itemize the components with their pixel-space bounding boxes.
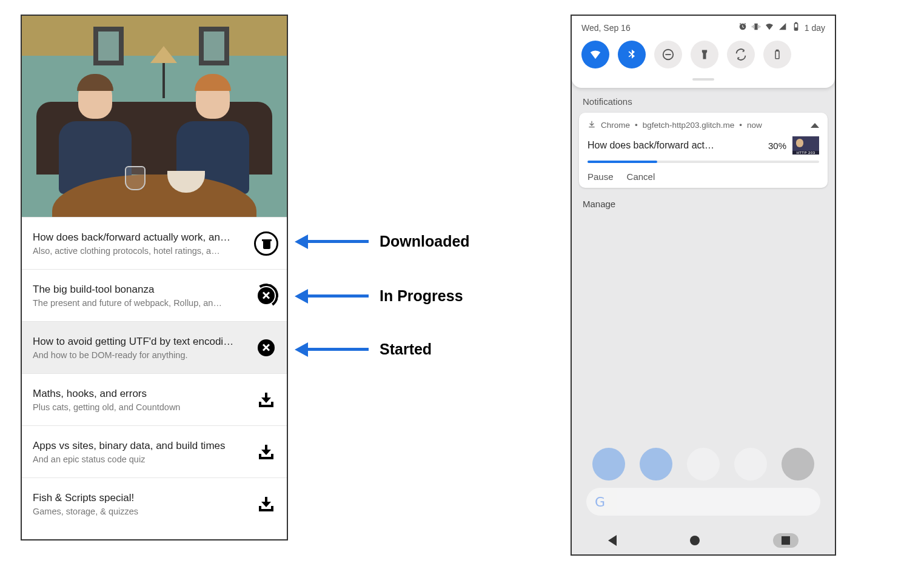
- google-logo: G: [595, 494, 605, 510]
- download-button[interactable]: [253, 491, 280, 517]
- notification-progress-bar: [588, 161, 819, 163]
- battery-icon: [791, 22, 801, 33]
- quick-settings-row: [572, 37, 835, 77]
- app-messages[interactable]: [640, 448, 672, 481]
- podcast-app-panel: How does back/forward actually work, an……: [21, 15, 288, 540]
- notification-title: How does back/forward act…: [588, 140, 760, 151]
- search-pill[interactable]: G: [586, 488, 820, 516]
- svg-rect-1: [795, 22, 797, 23]
- annotation-label: Started: [380, 341, 432, 358]
- status-icons: 1 day: [738, 22, 825, 33]
- shade-drag-handle[interactable]: [692, 78, 714, 81]
- signal-icon: [778, 22, 788, 33]
- nav-home-button[interactable]: [690, 536, 700, 545]
- notification-percent: 30%: [768, 141, 786, 151]
- android-navbar: [572, 527, 835, 554]
- episode-list: How does back/forward actually work, an……: [22, 217, 287, 539]
- annotation-arrow-started: Started: [295, 341, 432, 358]
- notification-card[interactable]: Chrome • bgfetch-http203.glitch.me • now…: [579, 113, 828, 188]
- qs-bluetooth[interactable]: [618, 41, 646, 68]
- cancel-download-button[interactable]: [253, 334, 280, 361]
- qs-autorotate[interactable]: [727, 41, 755, 68]
- episode-subtitle: Plus cats, getting old, and Countdown: [33, 402, 252, 412]
- notification-header: Chrome • bgfetch-http203.glitch.me • now: [588, 120, 819, 130]
- download-icon: [588, 120, 596, 130]
- svg-rect-5: [775, 51, 779, 59]
- app-chrome[interactable]: [734, 448, 767, 481]
- episode-item[interactable]: Maths, hooks, and errors Plus cats, gett…: [22, 373, 287, 425]
- episode-subtitle: The present and future of webpack, Rollu…: [33, 298, 252, 308]
- notification-thumb: [792, 136, 819, 155]
- notification-app: Chrome: [601, 121, 630, 130]
- chevron-up-icon[interactable]: [811, 123, 819, 128]
- annotation-label: Downloaded: [380, 233, 470, 250]
- notification-source: bgfetch-http203.glitch.me: [643, 121, 735, 130]
- annotation-arrow-in-progress: In Progress: [295, 287, 463, 305]
- episode-title: Apps vs sites, binary data, and build ti…: [33, 440, 252, 452]
- notifications-area: Notifications Chrome • bgfetch-http203.g…: [572, 88, 835, 213]
- app-camera[interactable]: [782, 448, 814, 481]
- quick-settings-shade: Wed, Sep 16 1 day: [572, 16, 835, 88]
- episode-item[interactable]: Fish & Scripts special! Games, storage, …: [22, 477, 287, 530]
- episode-subtitle: Games, storage, & quizzes: [33, 507, 252, 516]
- download-icon: [259, 393, 273, 407]
- cancel-icon: [258, 339, 275, 356]
- android-screenshot: Wed, Sep 16 1 day: [571, 15, 836, 556]
- svg-rect-6: [777, 50, 778, 52]
- nav-back-button[interactable]: [608, 535, 617, 546]
- annotation-arrow-downloaded: Downloaded: [295, 233, 470, 250]
- battery-label: 1 day: [805, 23, 825, 33]
- episode-subtitle: Also, active clothing protocols, hotel r…: [33, 246, 252, 256]
- qs-wifi[interactable]: [581, 41, 609, 68]
- trash-icon: [254, 231, 278, 256]
- notifications-section-label: Notifications: [583, 96, 824, 107]
- episode-title: How does back/forward actually work, an…: [33, 231, 252, 244]
- annotation-label: In Progress: [380, 287, 463, 305]
- delete-download-button[interactable]: [253, 230, 280, 257]
- manage-notifications-button[interactable]: Manage: [579, 188, 828, 213]
- episode-item[interactable]: How to avoid getting UTF'd by text encod…: [22, 321, 287, 373]
- notification-pause-action[interactable]: Pause: [588, 171, 614, 182]
- nav-recent-button[interactable]: [773, 533, 798, 548]
- homescreen-background: G: [572, 213, 835, 527]
- wifi-icon: [765, 22, 774, 33]
- notification-when: now: [747, 121, 762, 130]
- episode-subtitle: And how to be DOM-ready for anything.: [33, 350, 252, 360]
- vibrate-icon: [751, 22, 761, 33]
- dock: [572, 448, 835, 481]
- download-button[interactable]: [253, 439, 280, 465]
- alarm-icon: [738, 22, 748, 33]
- qs-dnd[interactable]: [654, 41, 682, 68]
- episode-title: Maths, hooks, and errors: [33, 388, 252, 400]
- episode-title: The big build-tool bonanza: [33, 284, 252, 296]
- download-button[interactable]: [253, 387, 280, 413]
- qs-battery-saver[interactable]: [763, 41, 791, 68]
- notification-progress-fill: [588, 161, 657, 163]
- episode-title: How to avoid getting UTF'd by text encod…: [33, 336, 252, 348]
- hero-image: [22, 16, 287, 217]
- episode-item[interactable]: The big build-tool bonanza The present a…: [22, 269, 287, 321]
- app-phone[interactable]: [592, 448, 625, 481]
- episode-title: Fish & Scripts special!: [33, 492, 252, 504]
- cancel-icon: [258, 287, 275, 304]
- cancel-download-button[interactable]: [253, 282, 280, 309]
- download-icon: [259, 445, 273, 459]
- episode-subtitle: And an epic status code quiz: [33, 454, 252, 464]
- status-date: Wed, Sep 16: [581, 23, 631, 33]
- svg-rect-2: [795, 28, 797, 30]
- episode-item[interactable]: Apps vs sites, binary data, and build ti…: [22, 425, 287, 477]
- notification-cancel-action[interactable]: Cancel: [627, 171, 655, 182]
- qs-flashlight[interactable]: [691, 41, 718, 68]
- episode-item[interactable]: How does back/forward actually work, an……: [22, 217, 287, 269]
- download-icon: [259, 497, 273, 511]
- app-play-store[interactable]: [687, 448, 720, 481]
